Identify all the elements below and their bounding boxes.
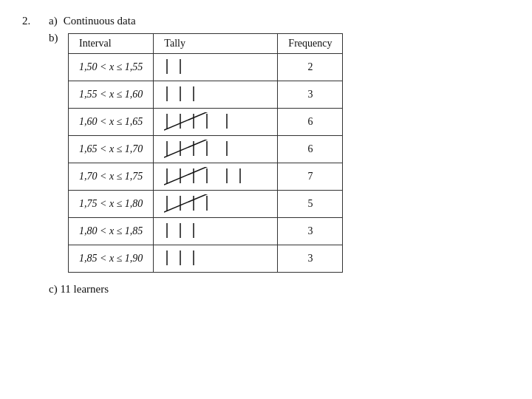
part-b-row: b) Interval Tally Frequency 1,50 < x ≤ 1… [49,32,343,273]
question-number: 2. [22,15,40,27]
cell-frequency: 3 [278,218,343,245]
question-block: 2. a) Continuous data b) Interval Tally … [22,15,510,296]
cell-interval: 1,50 < x ≤ 1,55 [69,54,154,81]
cell-frequency: 3 [278,81,343,109]
svg-line-9 [164,112,210,130]
frequency-table: Interval Tally Frequency 1,50 < x ≤ 1,55… [68,33,343,273]
cell-tally [154,136,278,163]
table-row: 1,80 < x ≤ 1,853 [69,218,343,245]
cell-frequency: 2 [278,54,343,81]
table-row: 1,55 < x ≤ 1,603 [69,81,343,109]
cell-interval: 1,60 < x ≤ 1,65 [69,109,154,136]
header-frequency: Frequency [278,34,343,54]
cell-frequency: 7 [278,163,343,191]
cell-interval: 1,85 < x ≤ 1,90 [69,245,154,273]
cell-interval: 1,75 < x ≤ 1,80 [69,191,154,218]
cell-tally [154,109,278,136]
question-content: a) Continuous data b) Interval Tally Fre… [49,15,343,296]
table-row: 1,75 < x ≤ 1,805 [69,191,343,218]
cell-tally [154,218,278,245]
cell-interval: 1,65 < x ≤ 1,70 [69,136,154,163]
part-a-label: a) [49,15,58,27]
header-tally: Tally [154,34,278,54]
table-row: 1,85 < x ≤ 1,903 [69,245,343,273]
svg-line-21 [164,167,210,185]
cell-tally [154,163,278,191]
cell-tally [154,245,278,273]
part-c: c) 11 learners [49,283,343,296]
cell-tally [154,54,278,81]
cell-frequency: 3 [278,245,343,273]
svg-line-15 [164,140,210,157]
part-b-label: b) [49,32,62,44]
cell-interval: 1,80 < x ≤ 1,85 [69,218,154,245]
cell-tally [154,81,278,109]
table-row: 1,50 < x ≤ 1,552 [69,54,343,81]
part-a-text: Continuous data [64,15,136,27]
cell-interval: 1,55 < x ≤ 1,60 [69,81,154,109]
cell-frequency: 6 [278,136,343,163]
cell-frequency: 6 [278,109,343,136]
table-row: 1,60 < x ≤ 1,656 [69,109,343,136]
table-row: 1,70 < x ≤ 1,757 [69,163,343,191]
header-interval: Interval [69,34,154,54]
svg-line-28 [164,194,210,212]
cell-tally [154,191,278,218]
cell-interval: 1,70 < x ≤ 1,75 [69,163,154,191]
cell-frequency: 5 [278,191,343,218]
table-row: 1,65 < x ≤ 1,706 [69,136,343,163]
